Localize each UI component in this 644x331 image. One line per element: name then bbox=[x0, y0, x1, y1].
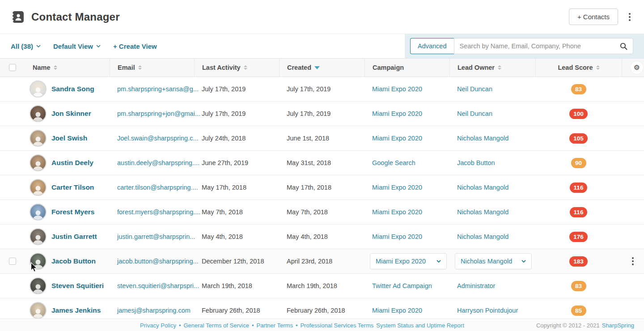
avatar[interactable] bbox=[30, 204, 47, 221]
avatar[interactable] bbox=[30, 130, 47, 147]
footer-link-professional-services[interactable]: Professional Services Terms bbox=[300, 322, 373, 328]
column-header-email[interactable]: Email bbox=[110, 59, 194, 76]
contact-name-link[interactable]: James Jenkins bbox=[51, 306, 101, 314]
campaign-link[interactable]: Miami Expo 2020 bbox=[372, 307, 422, 314]
avatar[interactable] bbox=[30, 228, 47, 245]
campaign-link[interactable]: Miami Expo 2020 bbox=[372, 184, 422, 191]
lead-score-badge: 83 bbox=[571, 84, 586, 94]
last-activity-value: July 17th, 2019 bbox=[194, 77, 279, 101]
contact-name-link[interactable]: Sandra Song bbox=[51, 85, 94, 93]
search-box bbox=[454, 38, 634, 54]
campaign-link[interactable]: Miami Expo 2020 bbox=[372, 135, 422, 142]
avatar[interactable] bbox=[30, 105, 47, 122]
campaign-link[interactable]: Miami Expo 2020 bbox=[372, 85, 422, 93]
contact-email-link[interactable]: pm.sharpspring+sansa@g... bbox=[117, 85, 199, 93]
search-input[interactable] bbox=[454, 38, 620, 54]
table-row[interactable]: Joel Swish Joel.swain@sharpspring.c... J… bbox=[0, 126, 644, 151]
created-value: March 19th, 2018 bbox=[279, 274, 364, 298]
table-row[interactable]: Jon Skinner pm.sharpspring+jon@gmai... J… bbox=[0, 102, 644, 126]
footer-link-partner-terms[interactable]: Partner Terms bbox=[256, 322, 292, 328]
footer-link-general-terms[interactable]: General Terms of Service bbox=[183, 322, 249, 328]
sort-icon bbox=[138, 65, 142, 70]
table-row-hovered[interactable]: Jacob Button jacob.button@sharpspring...… bbox=[0, 249, 644, 274]
table-row[interactable]: Austin Deely austin.deely@sharpspring...… bbox=[0, 151, 644, 175]
advanced-search-button[interactable]: Advanced bbox=[410, 38, 454, 54]
footer-links: Privacy Policy • General Terms of Servic… bbox=[140, 322, 464, 328]
contact-name-link[interactable]: Justin Garrett bbox=[51, 233, 97, 241]
column-header-name[interactable]: Name bbox=[25, 59, 110, 76]
last-activity-value: December 12th, 2018 bbox=[194, 249, 279, 273]
contact-email-link[interactable]: jacob.button@sharpspring... bbox=[117, 258, 199, 265]
lead-owner-link[interactable]: Neil Duncan bbox=[457, 85, 492, 93]
avatar[interactable] bbox=[30, 277, 47, 294]
view-selector-dropdown[interactable]: Default View bbox=[53, 42, 101, 50]
contact-email-link[interactable]: steven.squitieri@sharpspri... bbox=[117, 282, 199, 289]
lead-owner-link[interactable]: Harryson Pointdujour bbox=[457, 307, 518, 314]
campaign-link[interactable]: Google Search bbox=[372, 159, 415, 166]
contact-book-icon bbox=[11, 10, 25, 24]
row-actions-icon[interactable] bbox=[629, 255, 636, 267]
contact-email-link[interactable]: pm.sharpspring+jon@gmai... bbox=[117, 110, 200, 117]
lead-owner-link[interactable]: Jacob Button bbox=[457, 159, 495, 166]
last-activity-value: May 4th, 2018 bbox=[194, 225, 279, 249]
lead-owner-link[interactable]: Administrator bbox=[457, 282, 495, 289]
campaign-dropdown[interactable]: Miami Expo 2020 bbox=[370, 253, 447, 269]
contact-email-link[interactable]: Joel.swain@sharpspring.c... bbox=[117, 135, 199, 142]
all-contacts-dropdown[interactable]: All (38) bbox=[11, 42, 41, 50]
table-row[interactable]: Carter Tilson carter.tilson@sharpspring.… bbox=[0, 175, 644, 200]
footer-link-system-status[interactable]: System Status and Uptime Report bbox=[376, 322, 464, 328]
column-header-campaign[interactable]: Campaign bbox=[364, 59, 449, 76]
table-row[interactable]: Sandra Song pm.sharpspring+sansa@g... Ju… bbox=[0, 77, 644, 102]
sharpspring-link[interactable]: SharpSpring bbox=[602, 322, 634, 328]
column-header-last-activity[interactable]: Last Activity bbox=[194, 59, 279, 76]
contact-email-link[interactable]: justin.garrett@sharpsprin... bbox=[117, 233, 195, 240]
lead-owner-link[interactable]: Neil Duncan bbox=[457, 110, 492, 117]
campaign-link[interactable]: Miami Expo 2020 bbox=[372, 208, 422, 216]
avatar[interactable] bbox=[30, 154, 47, 171]
lead-owner-link[interactable]: Nicholas Mangold bbox=[457, 184, 508, 191]
contact-name-link[interactable]: Austin Deely bbox=[51, 159, 93, 167]
last-activity-value: June 27th, 2019 bbox=[194, 151, 279, 175]
contact-email-link[interactable]: carter.tilson@sharpspring.... bbox=[117, 184, 198, 191]
contact-name-link[interactable]: Forest Myers bbox=[51, 208, 94, 216]
avatar[interactable] bbox=[30, 253, 47, 270]
created-value: February 26th, 2018 bbox=[279, 298, 364, 318]
contact-name-link[interactable]: Jacob Button bbox=[51, 257, 96, 265]
contact-name-link[interactable]: Joel Swish bbox=[51, 134, 87, 142]
contact-name-link[interactable]: Jon Skinner bbox=[51, 110, 91, 118]
lead-owner-link[interactable]: Nicholas Mangold bbox=[457, 208, 508, 216]
avatar[interactable] bbox=[30, 302, 47, 318]
footer-link-privacy[interactable]: Privacy Policy bbox=[140, 322, 176, 328]
sort-icon bbox=[54, 65, 57, 70]
lead-owner-dropdown[interactable]: Nicholas Mangold bbox=[455, 253, 532, 269]
created-value: May 7th, 2018 bbox=[279, 200, 364, 224]
create-view-link[interactable]: + Create View bbox=[113, 42, 157, 50]
contact-email-link[interactable]: forest.myers@sharpspring.... bbox=[117, 208, 200, 216]
add-contacts-button[interactable]: + Contacts bbox=[569, 8, 618, 25]
overflow-menu-icon[interactable] bbox=[626, 11, 633, 23]
table-row[interactable]: Steven Squitieri steven.squitieri@sharps… bbox=[0, 274, 644, 298]
search-icon[interactable] bbox=[620, 42, 627, 50]
row-checkbox[interactable] bbox=[9, 258, 16, 265]
table-row[interactable]: James Jenkins jamesj@sharpspring.com Feb… bbox=[0, 298, 644, 318]
column-header-lead-owner[interactable]: Lead Owner bbox=[449, 59, 535, 76]
campaign-link[interactable]: Miami Expo 2020 bbox=[372, 233, 422, 240]
lead-score-badge: 116 bbox=[570, 182, 588, 193]
contact-name-link[interactable]: Steven Squitieri bbox=[51, 282, 104, 290]
created-value: June 1st, 2018 bbox=[279, 126, 364, 150]
avatar[interactable] bbox=[30, 179, 47, 196]
contact-name-link[interactable]: Carter Tilson bbox=[51, 183, 94, 191]
campaign-link[interactable]: Twitter Ad Campaign bbox=[372, 282, 432, 289]
lead-owner-link[interactable]: Nicholas Mangold bbox=[457, 135, 508, 142]
column-header-created[interactable]: Created bbox=[279, 59, 364, 76]
campaign-link[interactable]: Miami Expo 2020 bbox=[372, 110, 422, 117]
gear-icon[interactable]: ⚙ bbox=[631, 61, 643, 74]
select-all-checkbox[interactable] bbox=[9, 64, 16, 71]
contact-email-link[interactable]: austin.deely@sharpspring.... bbox=[117, 159, 199, 166]
column-header-lead-score[interactable]: Lead Score bbox=[535, 59, 622, 76]
table-row[interactable]: Justin Garrett justin.garrett@sharpsprin… bbox=[0, 225, 644, 249]
table-row[interactable]: Forest Myers forest.myers@sharpspring...… bbox=[0, 200, 644, 225]
lead-owner-link[interactable]: Nicholas Mangold bbox=[457, 233, 508, 240]
contact-email-link[interactable]: jamesj@sharpspring.com bbox=[117, 307, 191, 314]
avatar[interactable] bbox=[30, 81, 47, 98]
